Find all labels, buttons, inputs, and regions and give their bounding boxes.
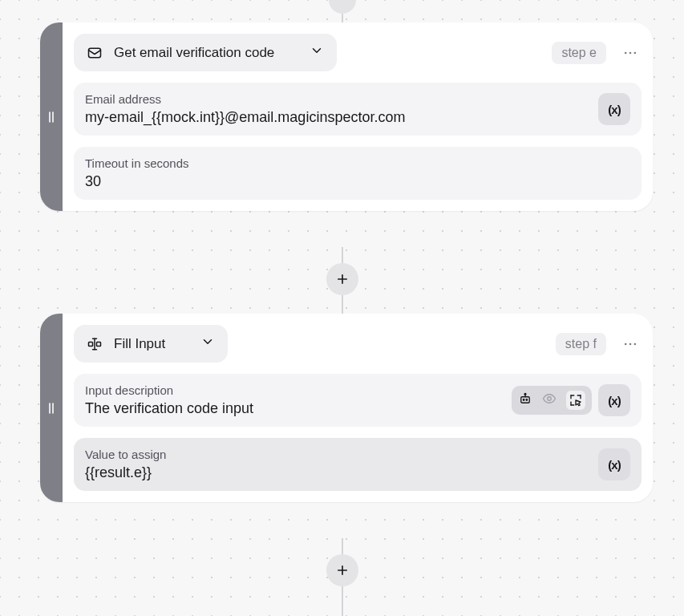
field-input-description[interactable]: Input description The verification code …: [74, 374, 642, 427]
field-actions: (x): [512, 384, 630, 416]
svg-point-13: [629, 342, 632, 345]
chevron-down-icon: [200, 334, 215, 353]
step-type-selector[interactable]: Get email verification code: [74, 34, 337, 71]
field-actions: (x): [598, 93, 630, 125]
step-body: Fill Input step f Input description The …: [63, 314, 653, 502]
field-value-to-assign[interactable]: Value to assign {{result.e}} (x): [74, 438, 642, 491]
field-value[interactable]: my-email_{{mock.int}}@email.magicinspect…: [85, 109, 630, 126]
step-type-label: Get email verification code: [114, 45, 274, 61]
svg-point-5: [634, 51, 637, 54]
step-body: Get email verification code step e Email…: [63, 22, 653, 211]
flow-canvas[interactable]: Get email verification code step e Email…: [0, 0, 684, 616]
step-more-menu[interactable]: [619, 333, 642, 355]
field-value[interactable]: 30: [85, 173, 630, 190]
svg-point-17: [526, 399, 528, 401]
field-label: Timeout in seconds: [85, 156, 630, 170]
svg-point-14: [634, 342, 637, 345]
step-badge: step f: [556, 333, 606, 355]
step-card-e[interactable]: Get email verification code step e Email…: [40, 22, 653, 211]
selector-mode-group: [512, 386, 592, 415]
field-email-address[interactable]: Email address my-email_{{mock.int}}@emai…: [74, 83, 642, 136]
field-timeout[interactable]: Timeout in seconds 30: [74, 147, 642, 200]
mail-icon: [87, 45, 103, 61]
step-card-f[interactable]: Fill Input step f Input description The …: [40, 314, 653, 502]
svg-rect-11: [97, 342, 101, 346]
insert-variable-button[interactable]: (x): [598, 448, 630, 480]
connector-stub-top: [329, 0, 356, 14]
step-header: Fill Input step f: [74, 325, 642, 363]
field-value[interactable]: {{result.e}}: [85, 464, 630, 481]
svg-rect-2: [89, 48, 101, 58]
step-drag-handle[interactable]: [40, 22, 63, 211]
step-type-selector[interactable]: Fill Input: [74, 325, 228, 363]
element-selector-icon[interactable]: [566, 391, 585, 410]
robot-icon[interactable]: [518, 391, 532, 409]
field-actions: (x): [598, 448, 630, 480]
step-badge: step e: [552, 42, 606, 64]
svg-rect-10: [89, 342, 93, 346]
step-header: Get email verification code step e: [74, 34, 642, 71]
svg-rect-15: [521, 397, 530, 403]
svg-point-18: [524, 393, 526, 395]
chevron-down-icon: [310, 43, 324, 62]
fill-input-icon: [87, 336, 103, 352]
add-step-button[interactable]: [326, 554, 358, 586]
svg-point-3: [625, 51, 627, 54]
insert-variable-button[interactable]: (x): [598, 384, 630, 416]
step-type-label: Fill Input: [114, 336, 165, 352]
field-label: Email address: [85, 92, 630, 106]
eye-icon[interactable]: [542, 391, 557, 409]
svg-point-12: [625, 342, 627, 345]
step-drag-handle[interactable]: [40, 314, 63, 502]
field-label: Value to assign: [85, 448, 630, 461]
svg-point-16: [523, 399, 524, 401]
add-step-button[interactable]: [326, 263, 358, 295]
svg-point-4: [629, 51, 632, 54]
svg-point-19: [548, 397, 552, 401]
insert-variable-button[interactable]: (x): [598, 93, 630, 125]
step-more-menu[interactable]: [619, 42, 642, 64]
